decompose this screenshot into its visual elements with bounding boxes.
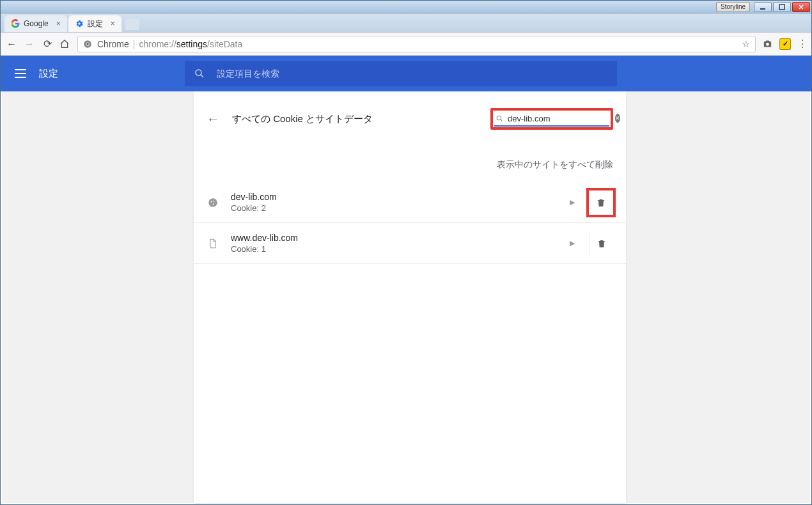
svg-point-7 bbox=[497, 116, 501, 120]
svg-rect-0 bbox=[760, 8, 765, 10]
site-text: www.dev-lib.com Cookie: 1 bbox=[231, 233, 298, 254]
norton-extension-icon[interactable]: ✓ bbox=[779, 38, 791, 50]
browser-tabstrip: Google × 設定 × bbox=[1, 13, 811, 33]
site-row[interactable]: www.dev-lib.com Cookie: 1 ▶ bbox=[194, 223, 626, 264]
cookie-search[interactable]: ✕ bbox=[494, 111, 609, 127]
section-header: ← すべての Cookie とサイトデータ ✕ bbox=[194, 103, 626, 141]
search-icon bbox=[496, 114, 504, 123]
back-arrow-icon[interactable]: ← bbox=[207, 112, 219, 127]
menu-icon[interactable] bbox=[15, 69, 26, 78]
camera-extension-icon[interactable] bbox=[762, 38, 773, 49]
tab-settings[interactable]: 設定 × bbox=[68, 15, 121, 32]
window-close-button[interactable] bbox=[792, 2, 810, 12]
google-favicon-icon bbox=[11, 19, 20, 28]
tab-label: 設定 bbox=[88, 19, 103, 29]
omnibox-url-strong: settings bbox=[176, 39, 207, 49]
svg-rect-1 bbox=[779, 4, 785, 10]
delete-site-button[interactable] bbox=[589, 231, 613, 256]
site-subtitle: Cookie: 1 bbox=[231, 244, 298, 254]
clear-search-icon[interactable]: ✕ bbox=[615, 114, 620, 123]
svg-point-10 bbox=[214, 200, 215, 201]
bookmark-star-icon[interactable]: ☆ bbox=[742, 38, 750, 50]
browser-menu-button[interactable]: ⋮ bbox=[797, 38, 806, 50]
nav-reload-button[interactable]: ⟳ bbox=[42, 38, 53, 50]
site-domain: www.dev-lib.com bbox=[231, 233, 298, 243]
tab-label: Google bbox=[24, 19, 49, 28]
nav-forward-button[interactable]: → bbox=[24, 38, 35, 50]
window-minimize-button[interactable] bbox=[754, 2, 772, 12]
chrome-page-icon bbox=[83, 40, 92, 49]
site-row[interactable]: dev-lib.com Cookie: 2 ▶ bbox=[194, 182, 626, 223]
omnibox-url-prefix: chrome:// bbox=[139, 39, 176, 49]
expand-arrow-icon[interactable]: ▶ bbox=[559, 239, 585, 247]
settings-title: 設定 bbox=[39, 68, 58, 80]
window-maximize-button[interactable] bbox=[773, 2, 791, 12]
settings-favicon-icon bbox=[75, 19, 84, 28]
address-bar[interactable]: Chrome | chrome://settings/siteData ☆ bbox=[77, 36, 756, 52]
omnibox-scheme: Chrome bbox=[97, 39, 129, 49]
file-icon bbox=[207, 237, 219, 250]
settings-card: ← すべての Cookie とサイトデータ ✕ 表示中のサイトをすべて削除 bbox=[194, 91, 626, 503]
windows-titlebar: Storyline bbox=[1, 1, 811, 13]
svg-point-6 bbox=[196, 70, 201, 75]
tab-close-icon[interactable]: × bbox=[111, 19, 115, 28]
settings-header: 設定 bbox=[1, 56, 811, 91]
section-title: すべての Cookie とサイトデータ bbox=[232, 113, 373, 125]
new-tab-button[interactable] bbox=[125, 19, 139, 30]
settings-search[interactable] bbox=[185, 61, 617, 86]
svg-point-8 bbox=[208, 198, 217, 207]
cookie-search-highlight: ✕ bbox=[490, 108, 613, 130]
omnibox-url-suffix: /siteData bbox=[207, 39, 242, 49]
svg-point-4 bbox=[86, 43, 89, 45]
nav-home-button[interactable] bbox=[59, 39, 71, 49]
site-domain: dev-lib.com bbox=[231, 192, 277, 202]
cookie-search-input[interactable] bbox=[508, 112, 615, 125]
nav-back-button[interactable]: ← bbox=[6, 38, 17, 50]
content-background: ← すべての Cookie とサイトデータ ✕ 表示中のサイトをすべて削除 bbox=[2, 91, 810, 503]
remove-all-visible-button[interactable]: 表示中のサイトをすべて削除 bbox=[194, 141, 626, 182]
omnibox-separator: | bbox=[133, 39, 136, 49]
storyline-button[interactable]: Storyline bbox=[716, 2, 750, 12]
tab-google[interactable]: Google × bbox=[4, 15, 67, 32]
svg-point-11 bbox=[213, 203, 214, 205]
tab-close-icon[interactable]: × bbox=[56, 19, 61, 28]
search-icon bbox=[194, 68, 205, 79]
svg-point-9 bbox=[211, 201, 212, 202]
cookie-icon bbox=[207, 196, 219, 209]
extension-icons: ✓ bbox=[762, 38, 791, 50]
svg-point-5 bbox=[766, 43, 769, 46]
delete-site-button[interactable] bbox=[589, 190, 613, 215]
site-text: dev-lib.com Cookie: 2 bbox=[231, 192, 277, 213]
settings-search-input[interactable] bbox=[217, 68, 617, 79]
browser-toolbar: ← → ⟳ Chrome | chrome://settings/siteDat… bbox=[1, 33, 811, 56]
site-subtitle: Cookie: 2 bbox=[231, 203, 277, 213]
expand-arrow-icon[interactable]: ▶ bbox=[559, 198, 585, 206]
